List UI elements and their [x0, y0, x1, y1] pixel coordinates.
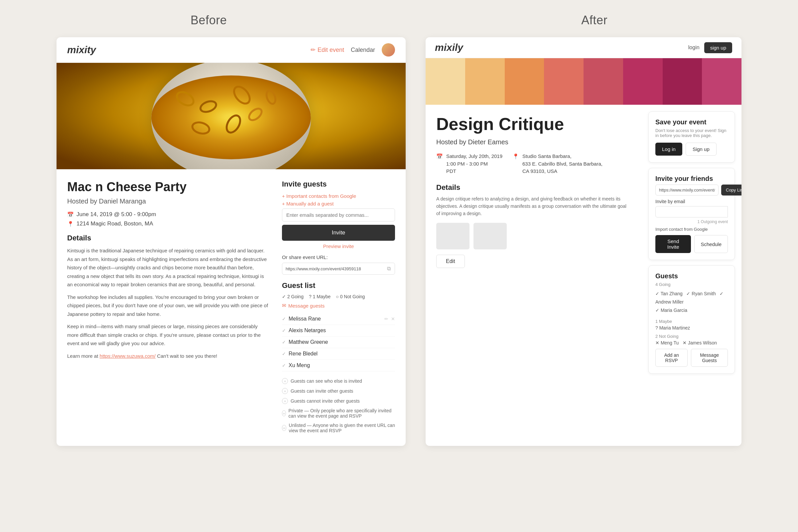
edit-button[interactable]: Edit	[436, 255, 465, 268]
google-contacts-link[interactable]: + Important contacts from Google	[282, 193, 395, 199]
color-swatch-3	[505, 58, 544, 105]
details-p3: Keep in mind—items with many small piece…	[67, 322, 269, 348]
location-detail: 📍 Studio Santa Barbara, 633 E. Cabrillo …	[512, 153, 603, 175]
sign-up-button[interactable]: Sign up	[686, 142, 717, 156]
website-link[interactable]: https://www.suzuwa.com/	[100, 353, 156, 359]
details-section: Details Kintsugi is the traditional Japa…	[67, 234, 269, 360]
save-card-buttons: Log in Sign up	[656, 142, 728, 156]
before-left: Mac n Cheese Party Hosted by Daniel Mara…	[67, 180, 269, 435]
color-swatch-2	[465, 58, 505, 105]
url-invite-row: Copy Link	[656, 185, 728, 195]
guest-item: ✓ Matthew Greene	[282, 337, 395, 348]
remove-guest-icon[interactable]: ✕	[391, 316, 395, 322]
copy-link-button[interactable]: Copy Link	[721, 185, 741, 195]
going-count-label: 4 Going	[656, 282, 728, 287]
hosted-by: Hosted by Daniel Maranga	[67, 197, 269, 205]
location-icon-after: 📍	[512, 153, 519, 175]
manually-add-link[interactable]: + Manually add a guest	[282, 201, 395, 207]
not-going-count-label: 2 Not Going	[656, 334, 728, 339]
login-link[interactable]: login	[688, 44, 700, 51]
message-guests-link[interactable]: ✉ Message guests	[282, 303, 395, 308]
email-input-after[interactable]	[656, 206, 728, 217]
before-panel: mixity ✏ Edit event Calendar	[57, 37, 406, 446]
before-right: Invite guests + Important contacts from …	[282, 180, 395, 435]
url-copy-row: https://www.mixily.com/event/43959118 ⧉	[282, 263, 395, 274]
guest-stats: ✓ 2 Going ? 1 Maybe ○ 0 Not Going	[282, 294, 395, 299]
guest-name: Matthew Greene	[289, 339, 328, 345]
going-names: ✓ Tan Zhang ✓ Ryan Smith ✓ Andrew Miller…	[656, 290, 728, 315]
url-invite-input[interactable]	[656, 185, 719, 195]
guest-item: ✓ Melissa Rane ✏ ✕	[282, 313, 395, 325]
check-icon: ✓	[282, 363, 286, 368]
add-rsvp-button[interactable]: Add an RSVP	[656, 349, 688, 367]
edit-guest-icon[interactable]: ✏	[384, 316, 388, 322]
after-panel: mixily login sign up Design Critique Hos…	[425, 37, 741, 446]
date-detail: 📅 Saturday, July 20th, 2019 1:00 PM - 3:…	[436, 153, 502, 175]
after-left: Design Critique Hosted by Dieter Eames 📅…	[425, 105, 642, 380]
image-placeholders	[436, 223, 631, 249]
after-nav-actions: login sign up	[688, 42, 732, 53]
save-card-heading: Save your event	[656, 118, 728, 126]
guests-card: Guests 4 Going ✓ Tan Zhang ✓ Ryan Smith …	[648, 265, 735, 374]
check-icon: ✓	[282, 316, 286, 322]
invite-action-row: Send Invite Schedule	[656, 235, 728, 253]
image-placeholder-1	[436, 223, 470, 249]
after-label: After	[581, 13, 607, 27]
copy-url-button[interactable]: ⧉	[383, 263, 395, 274]
save-card-desc: Don't lose access to your event! Sign in…	[656, 128, 728, 138]
import-contacts-link[interactable]: Import contact from Google	[656, 227, 728, 232]
event-title-after: Design Critique	[436, 115, 631, 134]
event-title: Mac n Cheese Party	[67, 180, 269, 194]
invite-card: Invite your friends Copy Link Invite by …	[648, 168, 735, 260]
envelope-icon: ✉	[282, 303, 286, 308]
before-header-actions: ✏ Edit event Calendar	[310, 43, 395, 57]
edit-icon: ✏	[310, 46, 316, 54]
option-icon: ○	[282, 388, 288, 394]
calendar-icon-after: 📅	[436, 153, 443, 175]
guest-option: ○ Guests can invite other guests	[282, 386, 395, 396]
email-input-row	[656, 206, 728, 217]
option-icon: ○	[282, 425, 286, 431]
details-p1: Kintsugi is the traditional Japanese tec…	[67, 246, 269, 289]
invite-heading: Invite guests	[282, 180, 395, 189]
calendar-button[interactable]: Calendar	[351, 46, 375, 54]
check-icon: ✓	[282, 340, 286, 345]
event-location: 📍 1214 Magic Road, Boston, MA	[67, 221, 269, 227]
maybe-count: ? 1 Maybe	[309, 294, 330, 299]
details-p4: Learn more at https://www.suzuwa.com/ Ca…	[67, 352, 269, 360]
guests-card-heading: Guests	[656, 272, 728, 280]
guest-option: ○ Guests cannot invite other guests	[282, 396, 395, 406]
guest-option: ○ Private — Only people who are specific…	[282, 406, 395, 421]
hero-image	[57, 63, 406, 169]
color-swatch-6	[623, 58, 663, 105]
guest-list-section: Guest list ✓ 2 Going ? 1 Maybe ○ 0 Not G…	[282, 281, 395, 435]
details-p2: The workshop fee includes all supplies. …	[67, 293, 269, 319]
log-in-button[interactable]: Log in	[656, 142, 682, 156]
guest-name: Xu Meng	[289, 362, 310, 368]
invite-card-heading: Invite your friends	[656, 175, 728, 183]
details-text-after: A design critique refers to analyzing a …	[436, 195, 631, 217]
guests-card-buttons: Add an RSVP Message Guests	[656, 349, 728, 367]
color-swatch-5	[584, 58, 623, 105]
schedule-button[interactable]: Schedule	[694, 235, 728, 253]
invite-button[interactable]: Invite	[282, 225, 395, 241]
send-invite-button[interactable]: Send Invite	[656, 235, 691, 253]
color-strip	[425, 58, 741, 105]
before-content: Mac n Cheese Party Hosted by Daniel Mara…	[57, 169, 406, 446]
option-icon: ○	[282, 398, 288, 404]
save-event-card: Save your event Don't lose access to you…	[648, 111, 735, 163]
after-body: Design Critique Hosted by Dieter Eames 📅…	[425, 105, 741, 380]
share-label: Or share event URL:	[282, 254, 395, 260]
preview-invite-link[interactable]: Preview invite	[282, 243, 395, 249]
maybe-count-label: 1 Maybe	[656, 319, 728, 324]
outgoing-label: 1 Outgoing event	[656, 220, 728, 224]
guest-option: ○ Guests can see who else is invited	[282, 376, 395, 386]
edit-event-button[interactable]: ✏ Edit event	[310, 46, 344, 54]
after-logo: mixily	[435, 42, 463, 53]
signup-button[interactable]: sign up	[704, 42, 732, 53]
email-input[interactable]	[282, 208, 395, 222]
after-right: Save your event Don't lose access to you…	[642, 105, 741, 380]
message-guests-button[interactable]: Message Guests	[691, 349, 728, 367]
guest-name: Alexis Netarges	[289, 327, 326, 334]
guest-name: Rene Bledel	[289, 351, 318, 357]
